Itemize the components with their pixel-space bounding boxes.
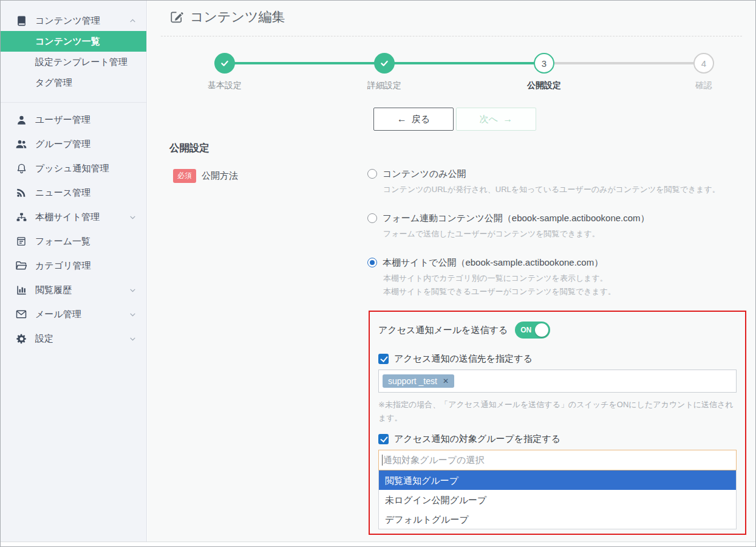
step-label: 詳細設定 [336, 80, 433, 91]
next-button[interactable]: 次へ → [456, 108, 536, 131]
option-content-only: コンテンツのみ公開 コンテンツのURLが発行され、URLを知っているユーザーのみ… [367, 167, 756, 196]
step-label: 基本設定 [176, 80, 273, 91]
back-button[interactable]: ← 戻る [373, 108, 454, 131]
sidebar-item-bookshelf-site[interactable]: 本棚サイト管理 [1, 205, 146, 229]
step-label: 公開設定 [495, 80, 593, 91]
sidebar-item-label: グループ管理 [35, 139, 90, 150]
publish-method-options: コンテンツのみ公開 コンテンツのURLが発行され、URLを知っているユーザーのみ… [367, 167, 756, 314]
sidebar-item-settings-template[interactable]: 設定テンプレート管理 [1, 52, 146, 72]
step-publish-settings[interactable]: 3 公開設定 [495, 53, 593, 91]
tag-label: support _test [388, 376, 437, 386]
radio-unselected-icon[interactable] [367, 169, 377, 179]
page-title: コンテンツ編集 [169, 8, 285, 26]
sidebar-item-category-management[interactable]: カテゴリ管理 [1, 253, 146, 278]
dropdown-option-view-notify-group[interactable]: 閲覧通知グループ [379, 470, 736, 490]
sidebar-item-content-management[interactable]: コンテンツ管理 [1, 10, 146, 31]
next-button-label: 次へ [480, 114, 498, 125]
form-icon [15, 235, 27, 247]
groups-checkbox-row[interactable]: アクセス通知の対象グループを指定する [378, 433, 737, 445]
wizard-stepper: 基本設定 詳細設定 3 公開設定 4 確認 [148, 53, 755, 97]
check-icon [380, 58, 389, 68]
step-confirm[interactable]: 4 確認 [655, 53, 752, 91]
step-detail-settings[interactable]: 詳細設定 [336, 53, 433, 91]
sidebar-item-label: 設定テンプレート管理 [35, 57, 128, 68]
recipient-tag-input[interactable]: support _test ✕ [378, 370, 737, 393]
chevron-down-icon [129, 335, 137, 343]
back-button-label: 戻る [412, 114, 430, 125]
radio-form-linked[interactable]: フォーム連動コンテンツ公開（ebook-sample.actibookone.c… [367, 212, 756, 225]
user-icon [15, 114, 27, 126]
arrow-right-icon: → [503, 114, 513, 125]
radio-bookshelf-site[interactable]: 本棚サイトで公開（ebook-sample.actibookone.com） [367, 256, 756, 269]
sidebar-item-content-list[interactable]: コンテンツ一覧 [1, 31, 146, 52]
checkbox-label: アクセス通知の送信先を指定する [394, 353, 533, 365]
step-check-circle [214, 53, 235, 74]
arrow-left-icon: ← [397, 114, 407, 125]
mail-icon [15, 308, 27, 320]
remove-tag-icon[interactable]: ✕ [443, 377, 449, 385]
radio-content-only[interactable]: コンテンツのみ公開 [367, 167, 756, 181]
edit-icon [169, 10, 184, 24]
section-title: 公開設定 [169, 142, 209, 155]
bell-icon [15, 162, 27, 174]
access-notification-panel: アクセス通知メールを送信する ON アクセス通知の送信先を指定する suppor… [369, 311, 746, 535]
radio-description: 本棚サイト内でカテゴリ別の一覧にコンテンツを表示します。 [383, 272, 756, 284]
sidebar-item-label: フォーム一覧 [35, 236, 90, 247]
page-title-text: コンテンツ編集 [190, 8, 285, 26]
access-notification-toggle[interactable]: ON [515, 322, 550, 339]
sidebar-divider [1, 102, 146, 103]
radio-selected-icon[interactable] [367, 258, 377, 267]
radio-description: 本棚サイトを閲覧できるユーザーがコンテンツを閲覧できます。 [383, 285, 756, 298]
sidebar-item-push-notification[interactable]: プッシュ通知管理 [1, 156, 146, 181]
rss-icon [15, 187, 27, 199]
sidebar-item-label: コンテンツ一覧 [35, 36, 100, 47]
sidebar: コンテンツ管理 コンテンツ一覧 設定テンプレート管理 タグ管理 ユーザー管理 グ… [1, 1, 147, 542]
option-form-linked: フォーム連動コンテンツ公開（ebook-sample.actibookone.c… [367, 212, 756, 240]
field-label: 公開方法 [202, 170, 238, 182]
step-label: 確認 [655, 80, 752, 91]
text-cursor [382, 455, 383, 466]
sidebar-item-label: 閲覧履歴 [35, 284, 72, 296]
folder-open-icon [15, 260, 27, 272]
dropdown-option-default-group[interactable]: デフォルトグループ [379, 509, 736, 529]
option-bookshelf-site: 本棚サイトで公開（ebook-sample.actibookone.com） 本… [367, 256, 756, 298]
app-bottom-border [1, 542, 755, 542]
sidebar-item-news-management[interactable]: ニュース管理 [1, 181, 146, 205]
recipient-note: ※未指定の場合、「アクセス通知メールを送信する」のスイッチをONにしたアカウント… [378, 398, 738, 425]
dropdown-option-no-login-group[interactable]: 未ログイン公開グループ [379, 490, 736, 509]
gear-icon [15, 332, 27, 345]
sidebar-item-label: 本棚サイト管理 [35, 212, 100, 223]
chevron-down-icon [129, 286, 137, 294]
radio-description: フォームで送信したユーザーがコンテンツを閲覧できます。 [383, 227, 756, 240]
checkbox-checked-icon[interactable] [378, 434, 389, 444]
sidebar-item-group-management[interactable]: グループ管理 [1, 132, 146, 156]
chevron-down-icon [129, 213, 137, 221]
recipient-tag-chip: support _test ✕ [383, 374, 454, 388]
sidebar-item-label: コンテンツ管理 [35, 15, 100, 27]
title-divider [161, 36, 742, 36]
toggle-label: アクセス通知メールを送信する [378, 325, 508, 336]
step-check-circle [374, 53, 395, 74]
checkbox-checked-icon[interactable] [378, 354, 389, 364]
sidebar-item-label: カテゴリ管理 [35, 260, 90, 272]
users-icon [15, 138, 27, 150]
sidebar-item-settings[interactable]: 設定 [1, 326, 146, 351]
app-window: コンテンツ管理 コンテンツ一覧 設定テンプレート管理 タグ管理 ユーザー管理 グ… [0, 0, 756, 547]
step-basic-settings[interactable]: 基本設定 [176, 53, 273, 91]
sidebar-item-label: プッシュ通知管理 [35, 163, 109, 174]
required-badge: 必須 [173, 169, 196, 183]
radio-unselected-icon[interactable] [367, 213, 377, 223]
field-publish-method: 必須 公開方法 [173, 169, 238, 183]
group-select-input[interactable]: 通知対象グループの選択 [378, 450, 737, 470]
toggle-row: アクセス通知メールを送信する ON [378, 322, 737, 339]
checkbox-label: アクセス通知の対象グループを指定する [394, 433, 560, 445]
sidebar-item-view-history[interactable]: 閲覧履歴 [1, 278, 146, 302]
recipients-checkbox-row[interactable]: アクセス通知の送信先を指定する [378, 353, 737, 365]
sidebar-item-user-management[interactable]: ユーザー管理 [1, 108, 146, 132]
sidebar-item-form-list[interactable]: フォーム一覧 [1, 229, 146, 253]
sidebar-item-mail-management[interactable]: メール管理 [1, 302, 146, 326]
chevron-down-icon [129, 311, 137, 318]
toggle-state-label: ON [520, 326, 531, 334]
select-placeholder: 通知対象グループの選択 [383, 455, 484, 466]
sidebar-item-tag-management[interactable]: タグ管理 [1, 72, 146, 93]
